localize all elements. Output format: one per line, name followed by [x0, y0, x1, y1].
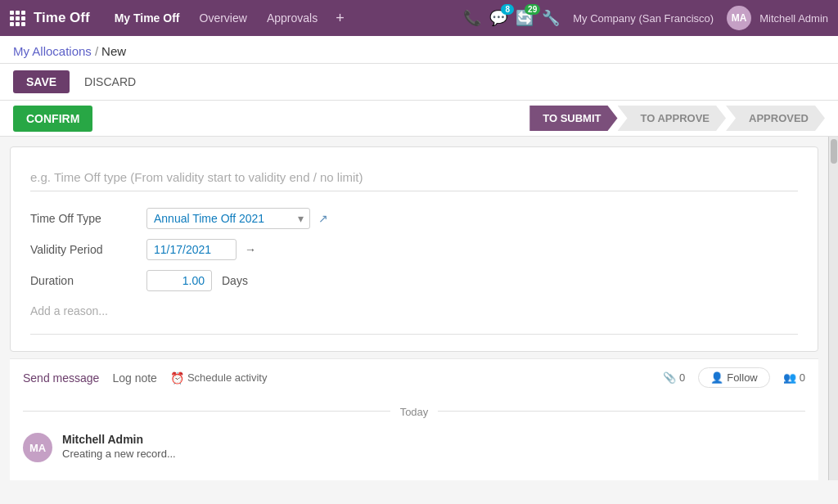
- wrench-icon[interactable]: 🔧: [542, 9, 560, 27]
- breadcrumb-parent[interactable]: My Allocations: [13, 44, 92, 58]
- confirm-button[interactable]: CONFIRM: [13, 106, 92, 132]
- validity-period-value: →: [146, 239, 259, 260]
- reason-placeholder[interactable]: Add a reason...: [30, 304, 798, 317]
- company-name[interactable]: My Company (San Francisco): [563, 12, 723, 25]
- duration-unit: Days: [222, 274, 248, 287]
- follow-button[interactable]: 👤 Follow: [698, 367, 770, 388]
- chat-badge: 8: [501, 4, 514, 15]
- duration-label: Duration: [30, 274, 137, 287]
- timeline-text: Creating a new record...: [62, 448, 805, 460]
- log-note-button[interactable]: Log note: [112, 368, 157, 388]
- paperclip-icon: 📎: [663, 371, 676, 384]
- chat-icon[interactable]: 💬 8: [489, 9, 507, 27]
- external-link-icon[interactable]: ↗: [318, 212, 328, 225]
- nav-overview[interactable]: Overview: [191, 8, 255, 28]
- timeline-body: Mitchell Admin Creating a new record...: [62, 433, 805, 462]
- username: Mitchell Admin: [759, 12, 828, 25]
- stage-to-approve[interactable]: TO APPROVE: [618, 106, 727, 131]
- send-message-button[interactable]: Send message: [23, 368, 99, 388]
- duration-row: Duration Days: [30, 270, 798, 291]
- time-off-type-select[interactable]: Annual Time Off 2021: [146, 208, 310, 229]
- form-card: Time Off Type Annual Time Off 2021 ▾ ↗ V…: [10, 146, 818, 352]
- timeline-today: Today: [23, 396, 805, 425]
- top-navigation: Time Off My Time Off Overview Approvals …: [0, 0, 838, 36]
- followers-count[interactable]: 👥 0: [783, 371, 805, 384]
- topnav-icons: 📞 💬 8 🔄 29 🔧: [463, 9, 560, 27]
- validity-period-label: Validity Period: [30, 243, 137, 256]
- paperclip-button[interactable]: 📎 0: [663, 371, 685, 384]
- chatter-timeline: Today MA Mitchell Admin Creating a new r…: [10, 396, 818, 480]
- form-divider: [30, 334, 798, 335]
- save-button[interactable]: SAVE: [13, 70, 70, 93]
- validity-period-row: Validity Period →: [30, 239, 798, 260]
- time-off-type-label: Time Off Type: [30, 212, 137, 225]
- stage-approved[interactable]: APPROVED: [726, 106, 825, 131]
- clock-icon: ⏰: [170, 371, 184, 385]
- app-title: Time Off: [34, 10, 90, 26]
- scrollbar-thumb[interactable]: [831, 139, 837, 164]
- time-off-type-value: Annual Time Off 2021 ▾ ↗: [146, 208, 328, 229]
- stage-to-submit[interactable]: TO SUBMIT: [529, 106, 617, 131]
- add-menu-button[interactable]: +: [329, 8, 351, 29]
- apps-grid-icon[interactable]: [10, 11, 25, 26]
- chatter-bar: Send message Log note ⏰ Schedule activit…: [10, 358, 818, 396]
- breadcrumb-separator: /: [95, 44, 98, 58]
- timeline-author: Mitchell Admin: [62, 433, 805, 446]
- schedule-activity-button[interactable]: ⏰ Schedule activity: [170, 371, 268, 385]
- status-bar: CONFIRM TO SUBMIT TO APPROVE APPROVED: [0, 101, 838, 137]
- date-range-arrow-icon: →: [245, 243, 256, 256]
- phone-icon[interactable]: 📞: [463, 9, 481, 27]
- updates-icon[interactable]: 🔄 29: [516, 9, 534, 27]
- timeline-avatar: MA: [23, 433, 52, 462]
- nav-approvals[interactable]: Approvals: [259, 8, 326, 28]
- follow-person-icon: 👤: [710, 371, 723, 384]
- duration-input[interactable]: [146, 270, 212, 291]
- allocation-title-input[interactable]: [30, 167, 798, 191]
- discard-button[interactable]: DISCARD: [76, 70, 144, 93]
- duration-value: Days: [146, 270, 248, 291]
- followers-icon: 👥: [783, 371, 796, 384]
- scrollbar[interactable]: [828, 137, 838, 480]
- breadcrumb-current: New: [101, 44, 126, 58]
- avatar[interactable]: MA: [727, 6, 751, 30]
- action-bar: SAVE DISCARD: [0, 64, 838, 101]
- status-pipeline: TO SUBMIT TO APPROVE APPROVED: [529, 106, 825, 131]
- time-off-type-select-wrapper: Annual Time Off 2021 ▾: [146, 208, 310, 229]
- updates-badge: 29: [525, 4, 540, 15]
- time-off-type-row: Time Off Type Annual Time Off 2021 ▾ ↗: [30, 208, 798, 229]
- nav-my-time-off[interactable]: My Time Off: [106, 8, 188, 28]
- timeline-entry: MA Mitchell Admin Creating a new record.…: [23, 425, 805, 470]
- breadcrumb: My Allocations / New: [0, 36, 838, 64]
- validity-start-date[interactable]: [146, 239, 237, 260]
